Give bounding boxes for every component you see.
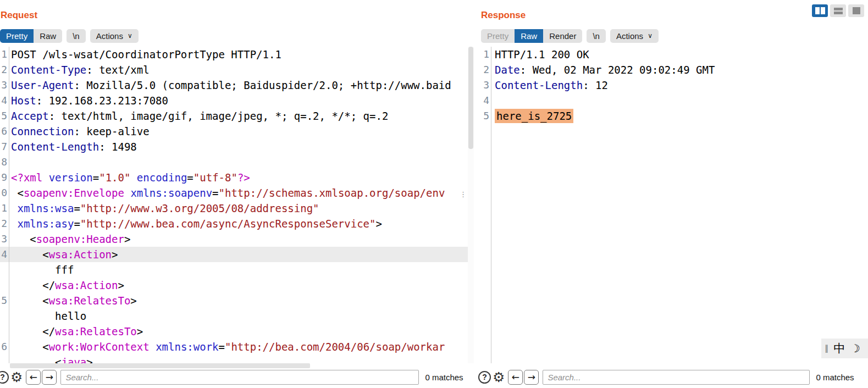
code-text: Content-Length: 1498 (7, 139, 468, 154)
response-viewer[interactable]: 1HTTP/1.1 200 OK2Date: Wed, 02 Mar 2022 … (477, 47, 862, 363)
line-number: 6 (0, 124, 7, 139)
code-line: 1POST /wls-wsat/CoordinatorPortType HTTP… (0, 47, 468, 62)
tab-label: Render (549, 29, 576, 43)
tab-label: Actions (616, 29, 643, 43)
line-number: 7 (0, 139, 7, 154)
tab-n[interactable]: \n (67, 29, 86, 43)
code-text: Connection: keep-alive (7, 124, 468, 139)
code-text: <wsa:Action> (7, 247, 468, 262)
request-tabs: PrettyRaw\nActions∨ (0, 29, 139, 43)
tab-label: Pretty (487, 29, 508, 43)
tab-label: Raw (521, 29, 537, 43)
code-line: 9<?xml version="1.0" encoding="utf-8"?> (0, 170, 468, 185)
code-line: 4 (477, 93, 862, 108)
tab-render[interactable]: Render (543, 29, 582, 43)
line-number: 5 (0, 108, 7, 124)
code-text: POST /wls-wsat/CoordinatorPortType HTTP/… (7, 47, 468, 62)
scrollbar-thumb[interactable] (10, 363, 310, 368)
code-text: Content-Length: 12 (489, 77, 862, 93)
tab-pretty[interactable]: Pretty (481, 29, 515, 43)
code-line: 2Content-Type: text/xml (0, 62, 468, 77)
scrollbar-thumb[interactable] (468, 47, 473, 149)
tab-label: Pretty (6, 29, 27, 43)
line-number: 2 (477, 62, 489, 77)
code-line: 1HTTP/1.1 200 OK (477, 47, 862, 62)
line-number: 4 (0, 247, 7, 262)
code-text: <java> (7, 354, 468, 363)
code-line: hello (0, 308, 468, 324)
code-line: 3User-Agent: Mozilla/5.0 (compatible; Ba… (0, 77, 468, 93)
code-text: Host: 192.168.23.213:7080 (7, 93, 468, 108)
code-text: <?xml version="1.0" encoding="utf-8"?> (7, 170, 468, 185)
request-editor[interactable]: 1POST /wls-wsat/CoordinatorPortType HTTP… (0, 47, 468, 363)
code-text: here_is_2725 (489, 108, 862, 124)
code-text: <soapenv:Header> (7, 231, 468, 247)
tab-label: \n (593, 29, 600, 43)
code-line: <java> (0, 354, 468, 363)
line-number: 3 (0, 231, 7, 247)
code-line: </wsa:RelatesTo> (0, 324, 468, 339)
response-search-bar: ? ⚙ ← → 0 matches (477, 369, 868, 385)
tab-label: Raw (40, 29, 56, 43)
ime-toolbar[interactable]: ∥ 中 ☽ (821, 339, 868, 358)
code-text: hello (7, 308, 468, 324)
help-icon[interactable]: ? (0, 371, 9, 384)
truncation-indicator: ⋮ (460, 187, 467, 202)
code-line: 3 <soapenv:Header> (0, 231, 468, 247)
code-line: 4 <wsa:Action> (0, 247, 468, 262)
search-input[interactable] (60, 370, 419, 385)
line-number: 4 (477, 93, 489, 108)
line-number: 0 (0, 185, 7, 201)
response-tabs: PrettyRawRender\nActions∨ (481, 29, 659, 43)
code-line: 1 xmlns:wsa="http://www.w3.org/2005/08/a… (0, 201, 468, 216)
line-number (0, 278, 7, 293)
line-number: 5 (0, 293, 7, 308)
ime-drag-handle-icon[interactable]: ∥ (825, 343, 829, 353)
request-panel: Request PrettyRaw\nActions∨ 1POST /wls-w… (0, 0, 474, 388)
code-text: Accept: text/html, image/gif, image/jpeg… (7, 108, 468, 124)
ime-chinese-mode-icon[interactable]: 中 (834, 341, 845, 356)
response-gutter-divider (491, 47, 491, 363)
search-input[interactable] (543, 370, 810, 385)
line-number (0, 308, 7, 324)
code-line: </wsa:Action> (0, 278, 468, 293)
tab-raw[interactable]: Raw (515, 29, 543, 43)
code-text: User-Agent: Mozilla/5.0 (compatible; Bai… (7, 77, 468, 93)
code-text: <soapenv:Envelope xmlns:soapenv="http://… (7, 185, 468, 201)
ime-fullwidth-moon-icon[interactable]: ☽ (850, 342, 860, 355)
code-text (7, 154, 468, 170)
code-text: fff (7, 262, 468, 278)
tab-label: \n (73, 29, 80, 43)
line-number (0, 262, 7, 278)
code-text: Content-Type: text/xml (7, 62, 468, 77)
tab-actions[interactable]: Actions∨ (90, 29, 139, 43)
search-previous-button[interactable]: ← (26, 370, 41, 385)
code-line: 5Accept: text/html, image/gif, image/jpe… (0, 108, 468, 124)
tab-actions[interactable]: Actions∨ (610, 29, 659, 43)
line-number: 2 (0, 216, 7, 231)
search-next-button[interactable]: → (524, 370, 539, 385)
code-text: <work:WorkContext xmlns:work="http://bea… (7, 339, 468, 354)
line-number: 5 (477, 108, 489, 124)
code-line: 5here_is_2725 (477, 108, 862, 124)
request-vertical-scrollbar[interactable] (468, 47, 474, 363)
chevron-down-icon: ∨ (128, 29, 132, 43)
code-line: 8 (0, 154, 468, 170)
settings-gear-icon[interactable]: ⚙ (10, 371, 23, 384)
search-previous-button[interactable]: ← (508, 370, 523, 385)
line-number: 2 (0, 62, 7, 77)
response-title: Response (481, 10, 526, 21)
line-number: 6 (0, 339, 7, 354)
search-next-button[interactable]: → (42, 370, 57, 385)
line-number: 3 (0, 77, 7, 93)
code-text: xmlns:asy="http://www.bea.com/async/Asyn… (7, 216, 468, 231)
request-horizontal-scrollbar[interactable] (0, 363, 468, 369)
help-icon[interactable]: ? (478, 371, 491, 384)
line-number: 1 (477, 47, 489, 62)
match-count: 0 matches (425, 373, 463, 382)
tab-pretty[interactable]: Pretty (0, 29, 34, 43)
tab-raw[interactable]: Raw (34, 29, 62, 43)
tab-n[interactable]: \n (587, 29, 606, 43)
settings-gear-icon[interactable]: ⚙ (493, 371, 505, 384)
request-gutter-divider (9, 47, 9, 363)
